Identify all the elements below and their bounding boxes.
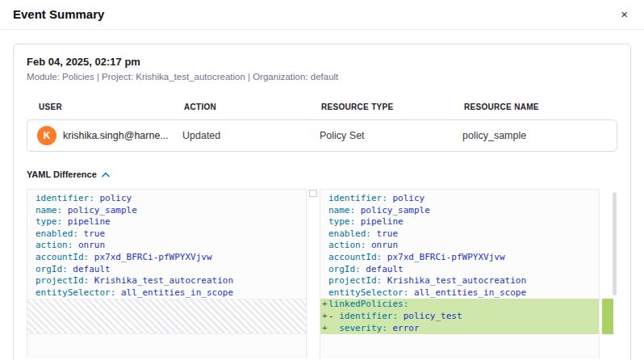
diff-code-line: orgId: default [27, 264, 306, 276]
diff-code-line: entitySelector: all_entities_in_scope [27, 287, 306, 299]
avatar: K [37, 126, 56, 145]
user-email: krishika.singh@harne... [63, 130, 169, 141]
diff-add-marker: + [322, 299, 328, 311]
diff-code-line: entitySelector: all_entities_in_scope [320, 287, 599, 299]
chevron-up-icon [102, 170, 110, 179]
diff-code-line: projectId: Krishika_test_autocreation [320, 275, 599, 287]
audit-table-header: USER ACTION RESOURCE TYPE RESOURCE NAME [27, 103, 617, 111]
diff-minimap [600, 189, 617, 358]
diff-code-line: enabled: true [27, 228, 306, 241]
diff-code-line: action: onrun [27, 240, 306, 252]
diff-added-line: + severity: error [320, 323, 599, 335]
diff-added-line: +linkedPolicies: [320, 299, 599, 311]
diff-code-line: accountId: px7xd_BFRCi-pfWPYXVjvw [320, 252, 599, 264]
resource-name-cell: policy_sample [462, 130, 607, 141]
event-timestamp: Feb 04, 2025, 02:17 pm [27, 56, 617, 68]
diff-code-line: orgId: default [320, 264, 599, 276]
diff-collapsed-placeholder [27, 299, 306, 334]
diff-pane-right[interactable]: identifier: policyname: policy_sampletyp… [320, 189, 600, 358]
modal-header: Event Summary × [0, 0, 644, 30]
event-card: Feb 04, 2025, 02:17 pm Module: Policies … [13, 44, 631, 360]
scrollbar-thumb[interactable] [613, 192, 617, 295]
diff-gutter-handle[interactable] [309, 190, 317, 197]
diff-add-marker: + [322, 311, 328, 323]
diff-code-line: identifier: policy [320, 193, 599, 205]
event-meta: Module: Policies | Project: Krishika_tes… [27, 72, 617, 82]
close-button[interactable]: × [617, 6, 631, 22]
diff-pane-left[interactable]: identifier: policyname: policy_sampletyp… [27, 189, 307, 358]
diff-change-marker[interactable] [602, 299, 613, 334]
diff-code-line: action: onrun [320, 240, 599, 252]
diff-code-line: projectId: Krishika_test_autocreation [27, 275, 306, 287]
diff-gutter [307, 189, 320, 358]
column-header-action: ACTION [184, 103, 321, 111]
column-header-resource-name: RESOURCE NAME [464, 103, 605, 111]
yaml-diff-viewer: identifier: policyname: policy_sampletyp… [27, 189, 617, 358]
event-summary-modal: Event Summary × Feb 04, 2025, 02:17 pm M… [0, 0, 644, 360]
diff-code-line: name: policy_sample [320, 205, 599, 217]
diff-add-marker: + [322, 323, 328, 335]
table-row[interactable]: K krishika.singh@harne... Updated Policy… [27, 119, 617, 152]
column-header-resource-type: RESOURCE TYPE [321, 103, 464, 111]
diff-added-line: +- identifier: policy_test [320, 311, 599, 323]
diff-code-line: enabled: true [320, 228, 599, 241]
yaml-difference-toggle[interactable]: YAML Difference [27, 170, 110, 179]
diff-code-line: identifier: policy [27, 193, 306, 205]
diff-code-line: type: pipeline [320, 216, 599, 228]
close-icon: × [621, 7, 628, 21]
column-header-user: USER [39, 103, 184, 111]
action-cell: Updated [182, 130, 320, 141]
diff-code-line: accountId: px7xd_BFRCi-pfWPYXVjvw [27, 252, 306, 264]
yaml-difference-label: YAML Difference [27, 170, 97, 179]
user-cell: K krishika.singh@harne... [37, 126, 182, 145]
resource-type-cell: Policy Set [320, 130, 462, 141]
diff-code-line: name: policy_sample [27, 205, 306, 217]
modal-title: Event Summary [13, 7, 104, 21]
diff-code-line: type: pipeline [27, 216, 306, 228]
